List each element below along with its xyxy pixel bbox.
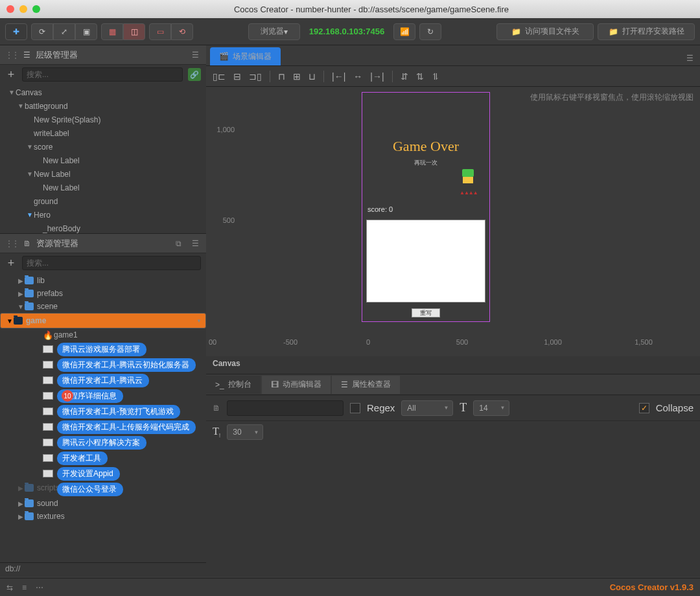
menu-icon[interactable]: ☰ <box>189 49 201 61</box>
tree-node-label3[interactable]: New Label <box>0 181 206 194</box>
tag-7[interactable]: 腾讯云小程序解决方案 <box>57 436 146 450</box>
film-icon: 🎞 <box>271 380 279 389</box>
asset-game1[interactable]: 🔥game1 <box>0 328 206 341</box>
dist-c-icon[interactable]: ↔ <box>353 71 362 82</box>
reload-button[interactable]: ↻ <box>419 23 441 40</box>
tree-node-battleground[interactable]: ▼battleground <box>0 99 206 113</box>
version-label: Cocos Creator v1.9.3 <box>610 582 694 592</box>
props-icon: ☰ <box>341 380 348 389</box>
tag-1[interactable]: 腾讯云游戏服务器部署 <box>57 343 146 356</box>
wifi-icon[interactable]: 📶 <box>393 23 415 40</box>
tag-9[interactable]: 开发设置Appid <box>57 467 120 481</box>
asset-game-folder[interactable]: ▼game <box>0 313 206 328</box>
score-label: score: 0 <box>368 205 393 213</box>
db-icon[interactable]: ≡ <box>22 583 27 592</box>
anchor-button[interactable]: ▣ <box>75 23 97 40</box>
retry-label: 再玩一次 <box>362 159 489 167</box>
asset-scene[interactable]: ▼scene <box>0 300 206 313</box>
ip-label: 192.168.0.103:7456 <box>304 27 390 36</box>
ruler-horizontal: 00 -500 0 500 1,000 1,500 <box>206 338 700 351</box>
browser-dropdown[interactable]: 浏览器 ▾ <box>248 23 300 40</box>
tag-2[interactable]: 微信开发者工具-腾讯云初始化服务器 <box>57 358 196 372</box>
console-panel: 🗎 Regex All T 14 Collapse T! 30 <box>206 395 700 577</box>
dist-v1-icon[interactable]: ⇵ <box>401 71 408 82</box>
hierarchy-search-input[interactable] <box>22 67 183 82</box>
add-node-button[interactable]: + <box>5 68 17 82</box>
assets-search-input[interactable] <box>22 256 201 270</box>
console-icon: >_ <box>215 380 224 389</box>
tree-node-writelabel[interactable]: writeLabel <box>0 126 206 140</box>
tab-animation[interactable]: 🎞动画编辑器 <box>262 376 331 394</box>
scene-viewport[interactable]: 使用鼠标右键平移视窗焦点，使用滚轮缩放视图 1,000 500 00 -500 … <box>206 87 700 356</box>
tree-node-sprite[interactable]: New Sprite(Splash) <box>0 113 206 126</box>
dist-v2-icon[interactable]: ⇅ <box>416 71 424 82</box>
fontsize2-select[interactable]: 30 <box>227 424 263 440</box>
link-icon[interactable]: 🔗 <box>188 68 201 81</box>
ruler-vertical: 1,000 500 <box>211 87 237 356</box>
dist-v3-icon[interactable]: ⥮ <box>432 71 439 82</box>
asset-prefabs[interactable]: ▶prefabs <box>0 287 206 300</box>
align-top-icon[interactable]: ⊓ <box>278 71 285 82</box>
maximize-icon[interactable] <box>32 5 40 13</box>
sync-icon[interactable]: ⇆ <box>6 583 13 592</box>
add-asset-button[interactable]: + <box>5 257 17 270</box>
tree-node-hero[interactable]: ▼Hero <box>0 208 206 222</box>
tag-3[interactable]: 微信开发者工具-腾讯云 <box>57 374 149 387</box>
level-select[interactable]: All <box>401 400 453 416</box>
file-icon: 🗎 <box>23 239 31 248</box>
minimize-icon[interactable] <box>19 5 27 13</box>
drag-icon[interactable]: ⋮⋮ <box>5 51 18 60</box>
refresh-button[interactable]: ⟳ <box>31 23 53 40</box>
asset-lib[interactable]: ▶lib <box>0 274 206 287</box>
hero-sprite <box>462 169 475 185</box>
regex-checkbox[interactable] <box>350 403 360 413</box>
menu-icon[interactable]: ☰ <box>189 238 201 249</box>
tree-node-herobody[interactable]: _heroBody <box>0 222 206 233</box>
open-install-button[interactable]: 📁打开程序安装路径 <box>598 23 695 40</box>
align-center-icon[interactable]: ⊟ <box>233 71 241 82</box>
align-bot-icon[interactable]: ⊔ <box>309 71 316 82</box>
drag-icon[interactable]: ⋮⋮ <box>5 239 18 248</box>
snap-button[interactable]: ◫ <box>123 23 145 40</box>
dist-h-icon[interactable]: |←| <box>332 71 345 82</box>
scene-icon: 🎬 <box>219 52 229 61</box>
list-icon: ☰ <box>23 51 30 60</box>
grid-button[interactable]: ▦ <box>101 23 123 40</box>
tag-5[interactable]: 微信开发者工具-预览打飞机游戏 <box>57 405 180 418</box>
expand-button[interactable]: ⤢ <box>53 23 75 40</box>
rewrite-button[interactable]: 重写 <box>412 308 440 317</box>
align-right-icon[interactable]: ⊐▯ <box>249 71 262 82</box>
tab-menu-icon[interactable]: ☰ <box>684 51 696 65</box>
tree-node-label2[interactable]: ▼New Label <box>0 167 206 181</box>
link-icon[interactable]: ⋯ <box>36 583 43 592</box>
collapse-checkbox[interactable] <box>639 403 649 413</box>
assets-tree: ▶lib ▶prefabs ▼scene ▼game 🔥game1 腾讯云游戏服… <box>0 273 206 562</box>
close-icon[interactable] <box>6 5 14 13</box>
asset-sound[interactable]: ▶sound <box>0 497 206 510</box>
hierarchy-tree: ▼Canvas ▼battleground New Sprite(Splash)… <box>0 84 206 233</box>
tag-6[interactable]: 微信开发者工具-上传服务端代码完成 <box>57 420 196 434</box>
console-filter-input[interactable] <box>227 400 344 416</box>
tree-node-ground[interactable]: ground <box>0 194 206 208</box>
tree-node-label1[interactable]: New Label <box>0 154 206 167</box>
badge: 10 <box>62 390 73 402</box>
fontsize-select[interactable]: 14 <box>473 400 509 416</box>
clear-icon[interactable]: 🗎 <box>213 404 220 413</box>
tool-rect[interactable]: ▭ <box>149 23 171 40</box>
tree-node-score[interactable]: ▼score <box>0 140 206 154</box>
popout-icon[interactable]: ⧉ <box>172 238 184 249</box>
canvas-stage[interactable]: Game Over 再玩一次 ▲▲▲▲ score: 0 重写 <box>362 92 490 322</box>
tab-scene-editor[interactable]: 🎬场景编辑器 <box>210 47 281 65</box>
add-button[interactable]: ✚ <box>5 23 27 40</box>
tool-rotate[interactable]: ⟲ <box>171 23 193 40</box>
align-mid-icon[interactable]: ⊞ <box>293 71 301 82</box>
tag-10[interactable]: 微信公众号登录 <box>57 483 123 496</box>
visit-folder-button[interactable]: 📁访问项目文件夹 <box>496 23 594 40</box>
align-left-icon[interactable]: ▯⊏ <box>213 71 226 82</box>
asset-textures[interactable]: ▶textures <box>0 510 206 523</box>
tag-8[interactable]: 开发者工具 <box>57 452 108 465</box>
dist-r-icon[interactable]: |→| <box>370 71 384 82</box>
tab-properties[interactable]: ☰属性检查器 <box>332 376 400 394</box>
tree-node-canvas[interactable]: ▼Canvas <box>0 86 206 99</box>
tab-console[interactable]: >_控制台 <box>206 376 261 394</box>
